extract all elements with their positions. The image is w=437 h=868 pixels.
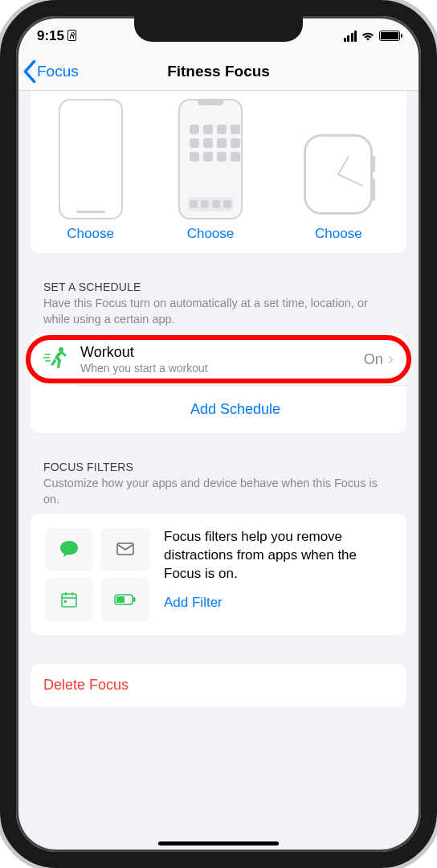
page-title: Fitness Focus [167,63,270,80]
choose-label: Choose [59,226,123,242]
low-power-icon [101,578,149,620]
filters-subheader: Customize how your apps and device behav… [43,476,394,507]
back-label: Focus [37,63,79,80]
messages-icon [45,528,93,570]
filters-header: FOCUS FILTERS [43,461,394,473]
svg-rect-11 [116,596,125,603]
schedule-card: Workout When you start a workout On › Ad… [31,334,406,433]
chevron-right-icon: › [388,349,394,370]
wifi-icon [361,31,375,42]
filters-body: Focus filters help you remove distractio… [164,528,392,583]
add-schedule-button[interactable]: Add Schedule [77,385,406,433]
add-filter-button[interactable]: Add Filter [164,595,223,611]
add-schedule-label: Add Schedule [190,401,280,418]
workout-title: Workout [80,344,364,361]
delete-card: Delete Focus [31,664,406,706]
svg-rect-5 [62,594,76,607]
svg-rect-4 [117,543,133,555]
svg-rect-9 [64,600,67,603]
workout-sub: When you start a workout [80,362,364,375]
home-indicator[interactable] [158,841,279,845]
home-screen-chooser[interactable]: Choose [178,99,243,242]
svg-rect-12 [133,597,136,602]
status-time: 9:15 [37,28,64,44]
choose-label: Choose [298,226,378,242]
home-screen-preview [178,99,243,219]
customize-screens-card: Choose Choose Choose [31,91,406,253]
workout-row[interactable]: Workout When you start a workout On › [31,334,406,385]
choose-label: Choose [178,226,243,242]
delete-focus-button[interactable]: Delete Focus [31,664,406,706]
schedule-header: SET A SCHEDULE [43,280,394,293]
watch-preview [298,129,378,219]
mail-icon [101,528,149,570]
cellular-icon [344,31,357,42]
workout-icon [43,346,71,372]
filters-card: Focus filters help you remove distractio… [31,514,406,634]
lock-screen-preview [59,99,123,219]
battery-icon [379,31,400,41]
watch-face-chooser[interactable]: Choose [298,129,378,242]
calendar-icon [45,578,93,620]
workout-status: On [364,351,383,368]
orientation-lock-icon [67,30,76,41]
filter-icons-preview [45,528,149,620]
back-button[interactable]: Focus [22,52,79,90]
schedule-subheader: Have this Focus turn on automatically at… [43,296,394,327]
chevron-left-icon [22,60,37,83]
nav-bar: Focus Fitness Focus [16,52,421,91]
lock-screen-chooser[interactable]: Choose [59,99,123,242]
